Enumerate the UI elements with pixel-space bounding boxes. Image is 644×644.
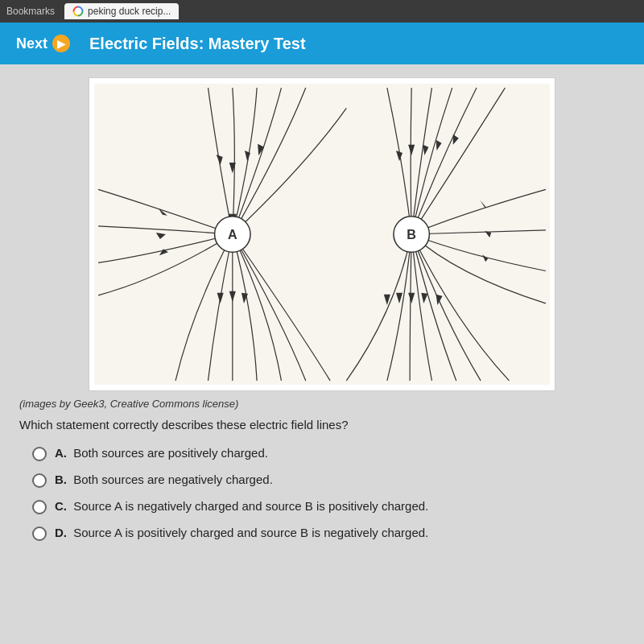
google-icon <box>72 6 84 17</box>
question-text: Which statement correctly describes thes… <box>16 418 628 431</box>
bookmarks-label: Bookmarks <box>6 6 55 17</box>
radio-b[interactable] <box>32 473 47 488</box>
main-content: A B (images by Geek3, Creative Commons l… <box>0 64 644 644</box>
answer-letter-a: A. <box>55 446 67 460</box>
answer-label-d: D. Source A is positively charged and so… <box>55 526 428 539</box>
answer-label-b: B. Both sources are negatively charged. <box>55 473 273 486</box>
answer-text-d: Source A is positively charged and sourc… <box>73 526 428 539</box>
answer-label-c: C. Source A is negatively charged and so… <box>55 499 428 513</box>
browser-tab[interactable]: peking duck recip... <box>64 3 179 19</box>
answer-letter-d: D. <box>55 526 67 539</box>
field-diagram-svg: A B <box>94 83 550 386</box>
answer-text-a: Both sources are positively charged. <box>73 446 268 460</box>
radio-a[interactable] <box>32 447 47 461</box>
answer-option-b[interactable]: B. Both sources are negatively charged. <box>32 473 628 488</box>
next-arrow-icon: ▶ <box>52 35 70 52</box>
image-caption: (images by Geek3, Creative Commons licen… <box>16 398 628 410</box>
answer-choices: A. Both sources are positively charged. … <box>16 446 628 541</box>
svg-text:B: B <box>407 227 416 242</box>
answer-option-c[interactable]: C. Source A is negatively charged and so… <box>32 499 628 514</box>
radio-d[interactable] <box>32 526 47 541</box>
svg-text:A: A <box>228 227 237 242</box>
answer-label-a: A. Both sources are positively charged. <box>55 446 268 460</box>
browser-chrome: Bookmarks peking duck recip... <box>0 0 644 23</box>
answer-text-b: Both sources are negatively charged. <box>73 473 273 486</box>
app-header: Next ▶ Electric Fields: Mastery Test <box>0 23 644 64</box>
radio-c[interactable] <box>32 500 47 514</box>
answer-letter-c: C. <box>55 499 67 513</box>
next-label: Next <box>16 35 47 52</box>
answer-option-a[interactable]: A. Both sources are positively charged. <box>32 446 628 461</box>
answer-option-d[interactable]: D. Source A is positively charged and so… <box>32 526 628 541</box>
tab-label: peking duck recip... <box>88 6 171 17</box>
next-button[interactable]: Next ▶ <box>10 30 76 57</box>
answer-text-c: Source A is negatively charged and sourc… <box>73 499 428 513</box>
page-title: Electric Fields: Mastery Test <box>89 35 306 53</box>
answer-letter-b: B. <box>55 473 67 486</box>
field-diagram-container: A B <box>89 77 555 391</box>
